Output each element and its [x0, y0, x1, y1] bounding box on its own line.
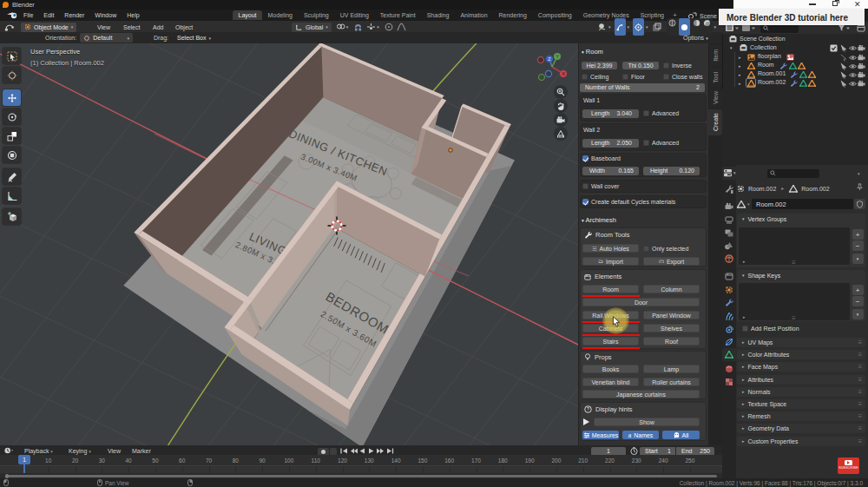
svg-text:Y: Y: [556, 54, 559, 59]
svg-text:X: X: [562, 71, 565, 76]
svg-text:More Blender 3D tutorial here: More Blender 3D tutorial here: [727, 13, 848, 23]
svg-text:?: ?: [587, 406, 589, 411]
